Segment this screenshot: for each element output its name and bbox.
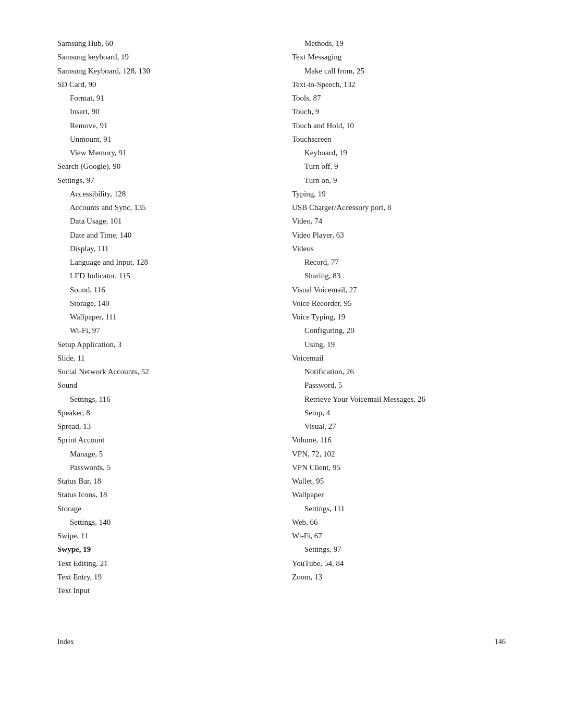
- list-item: Make call from, 25: [292, 64, 506, 78]
- list-item: Notification, 26: [292, 365, 506, 378]
- list-item: Spread, 13: [57, 419, 271, 433]
- list-item: Voice Recorder, 95: [292, 297, 506, 310]
- list-item: Format, 91: [57, 91, 271, 105]
- list-item: Text Messaging: [292, 50, 506, 64]
- list-item: Visual, 27: [292, 419, 506, 433]
- list-item: Touchscreen: [292, 132, 506, 146]
- right-column: Methods, 19Text MessagingMake call from,…: [287, 36, 506, 627]
- page-footer: Index 146: [57, 627, 506, 646]
- list-item: Settings, 97: [292, 542, 506, 556]
- list-item: Web, 66: [292, 515, 506, 529]
- list-item: Language and Input, 128: [57, 255, 271, 269]
- list-item: Swype, 19: [57, 542, 271, 556]
- list-item: Wallet, 95: [292, 474, 506, 488]
- list-item: Wallpaper, 111: [57, 310, 271, 324]
- list-item: Samsung keyboard, 19: [57, 50, 271, 64]
- list-item: Display, 111: [57, 242, 271, 255]
- list-item: Passwords, 5: [57, 461, 271, 474]
- list-item: Speaker, 8: [57, 406, 271, 419]
- list-item: Status Icons, 18: [57, 488, 271, 501]
- list-item: Text-to-Speech, 132: [292, 78, 506, 91]
- list-item: Keyboard, 19: [292, 146, 506, 159]
- list-item: Accounts and Sync, 135: [57, 201, 271, 214]
- list-item: Wi-Fi, 97: [57, 324, 271, 337]
- list-item: Setup, 4: [292, 406, 506, 419]
- list-item: VPN Client, 95: [292, 461, 506, 474]
- list-item: Samsung Hub, 60: [57, 36, 271, 50]
- list-item: Insert, 90: [57, 105, 271, 118]
- list-item: Voice Typing, 19: [292, 310, 506, 324]
- list-item: Status Bar, 18: [57, 474, 271, 488]
- list-item: Voicemail: [292, 351, 506, 365]
- list-item: Slide, 11: [57, 351, 271, 365]
- list-item: Sharing, 83: [292, 269, 506, 282]
- list-item: YouTube, 54, 84: [292, 557, 506, 570]
- list-item: SD Card, 90: [57, 78, 271, 91]
- list-item: Text Entry, 19: [57, 570, 271, 584]
- list-item: Configuring, 20: [292, 324, 506, 337]
- list-item: LED Indicator, 115: [57, 269, 271, 282]
- list-item: Methods, 19: [292, 36, 506, 50]
- list-item: Swipe, 11: [57, 529, 271, 542]
- list-item: Accessibility, 128: [57, 187, 271, 201]
- footer-index-label: Index: [57, 638, 74, 646]
- list-item: Remove, 91: [57, 119, 271, 132]
- page-content: Samsung Hub, 60Samsung keyboard, 19Samsu…: [0, 0, 563, 688]
- list-item: Date and Time, 140: [57, 228, 271, 242]
- list-item: Wi-Fi, 67: [292, 529, 506, 542]
- list-item: Tools, 87: [292, 91, 506, 105]
- index-columns: Samsung Hub, 60Samsung keyboard, 19Samsu…: [57, 36, 506, 627]
- list-item: Retrieve Your Voicemail Messages, 26: [292, 392, 506, 406]
- list-item: Turn off, 9: [292, 159, 506, 173]
- footer-page-number: 146: [495, 638, 506, 646]
- list-item: Using, 19: [292, 338, 506, 351]
- list-item: Touch and Hold, 10: [292, 119, 506, 132]
- list-item: Settings, 140: [57, 515, 271, 529]
- list-item: Zoom, 13: [292, 570, 506, 584]
- list-item: VPN, 72, 102: [292, 447, 506, 461]
- left-column: Samsung Hub, 60Samsung keyboard, 19Samsu…: [57, 36, 287, 627]
- list-item: Turn on, 9: [292, 174, 506, 187]
- list-item: USB Charger/Accessory port, 8: [292, 201, 506, 214]
- list-item: Sound: [57, 378, 271, 392]
- list-item: Visual Voicemail, 27: [292, 283, 506, 297]
- list-item: Touch, 9: [292, 105, 506, 118]
- list-item: Settings, 116: [57, 392, 271, 406]
- list-item: Video Player, 63: [292, 228, 506, 242]
- list-item: Sprint Account: [57, 433, 271, 447]
- list-item: Samsung Keyboard, 128, 130: [57, 64, 271, 78]
- list-item: Typing, 19: [292, 187, 506, 201]
- list-item: Search (Google), 90: [57, 159, 271, 173]
- list-item: Storage, 140: [57, 297, 271, 310]
- list-item: Videos: [292, 242, 506, 255]
- list-item: Volume, 116: [292, 433, 506, 447]
- list-item: Social Network Accounts, 52: [57, 365, 271, 378]
- list-item: Settings, 97: [57, 174, 271, 187]
- list-item: Unmount, 91: [57, 132, 271, 146]
- list-item: Settings, 111: [292, 502, 506, 515]
- list-item: Setup Application, 3: [57, 338, 271, 351]
- list-item: Storage: [57, 502, 271, 515]
- list-item: Wallpaper: [292, 488, 506, 501]
- list-item: Sound, 116: [57, 283, 271, 297]
- list-item: Text Editing, 21: [57, 557, 271, 570]
- list-item: Password, 5: [292, 378, 506, 392]
- list-item: Video, 74: [292, 214, 506, 228]
- list-item: Record, 77: [292, 255, 506, 269]
- list-item: Manage, 5: [57, 447, 271, 461]
- list-item: Text Input: [57, 584, 271, 597]
- list-item: Data Usage, 101: [57, 214, 271, 228]
- list-item: View Memory, 91: [57, 146, 271, 159]
